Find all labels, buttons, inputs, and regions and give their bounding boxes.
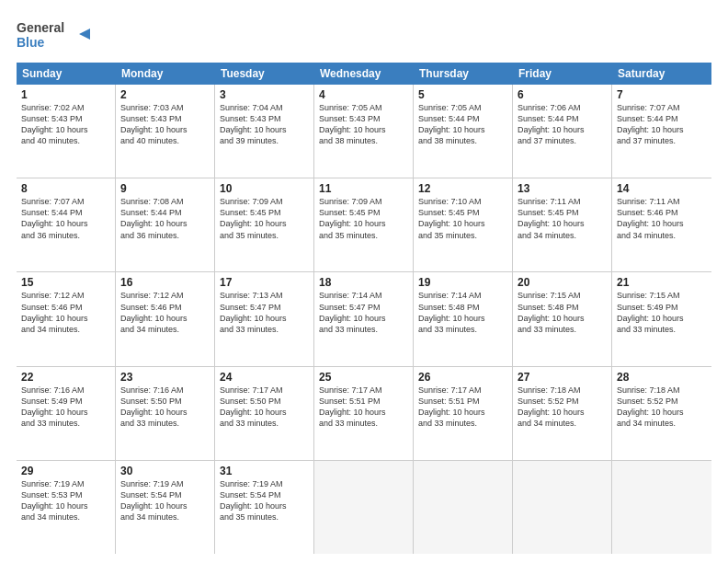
cell-line: and 35 minutes. bbox=[220, 511, 309, 523]
cell-line: Sunset: 5:46 PM bbox=[21, 302, 110, 313]
cell-line: and 34 minutes. bbox=[617, 418, 707, 429]
calendar-cell: 29Sunrise: 7:19 AMSunset: 5:53 PMDayligh… bbox=[17, 461, 116, 554]
calendar-cell: 7Sunrise: 7:07 AMSunset: 5:44 PMDaylight… bbox=[612, 85, 711, 178]
cell-line: Sunrise: 7:10 AM bbox=[418, 196, 507, 207]
cell-line: Sunrise: 7:05 AM bbox=[319, 102, 408, 113]
day-number: 23 bbox=[120, 371, 210, 384]
cell-line: Daylight: 10 hours bbox=[518, 124, 607, 135]
cell-line: Sunset: 5:44 PM bbox=[120, 207, 210, 218]
day-number: 9 bbox=[120, 182, 210, 195]
calendar-cell: 18Sunrise: 7:14 AMSunset: 5:47 PMDayligh… bbox=[314, 272, 414, 365]
cell-line: Daylight: 10 hours bbox=[617, 313, 707, 324]
day-header-tuesday: Tuesday bbox=[215, 63, 314, 85]
day-number: 1 bbox=[21, 88, 110, 101]
cell-line: Sunrise: 7:17 AM bbox=[220, 385, 309, 396]
cell-info: Sunrise: 7:15 AMSunset: 5:48 PMDaylight:… bbox=[518, 290, 607, 335]
cell-info: Sunrise: 7:17 AMSunset: 5:50 PMDaylight:… bbox=[220, 385, 309, 430]
cell-line: Sunset: 5:50 PM bbox=[120, 396, 210, 407]
day-number: 8 bbox=[21, 182, 110, 195]
cell-line: Sunrise: 7:14 AM bbox=[319, 290, 408, 301]
cell-line: Sunrise: 7:03 AM bbox=[120, 102, 210, 113]
day-number: 27 bbox=[518, 371, 607, 384]
cell-line: and 33 minutes. bbox=[319, 418, 408, 429]
cell-line: and 33 minutes. bbox=[319, 324, 408, 335]
day-number: 2 bbox=[120, 88, 210, 101]
logo: General Blue bbox=[17, 17, 90, 53]
cell-line: Daylight: 10 hours bbox=[319, 407, 408, 418]
cell-line: Sunrise: 7:09 AM bbox=[220, 196, 309, 207]
day-number: 18 bbox=[319, 276, 408, 289]
cell-line: and 38 minutes. bbox=[418, 135, 507, 146]
cell-line: and 40 minutes. bbox=[21, 135, 110, 146]
cell-line: Daylight: 10 hours bbox=[21, 218, 110, 229]
calendar-cell: 19Sunrise: 7:14 AMSunset: 5:48 PMDayligh… bbox=[414, 272, 513, 365]
cell-line: and 34 minutes. bbox=[518, 418, 607, 429]
cell-line: Daylight: 10 hours bbox=[617, 218, 707, 229]
cell-line: Sunset: 5:45 PM bbox=[418, 207, 507, 218]
cell-info: Sunrise: 7:06 AMSunset: 5:44 PMDaylight:… bbox=[518, 102, 607, 147]
cell-line: Sunrise: 7:07 AM bbox=[21, 196, 110, 207]
cell-line: and 34 minutes. bbox=[518, 230, 607, 241]
cell-line: Sunset: 5:46 PM bbox=[617, 207, 707, 218]
cell-line: Sunset: 5:44 PM bbox=[617, 113, 707, 124]
cell-line: Daylight: 10 hours bbox=[21, 500, 110, 511]
cell-line: Sunrise: 7:16 AM bbox=[21, 385, 110, 396]
day-number: 17 bbox=[220, 276, 309, 289]
cell-line: Daylight: 10 hours bbox=[21, 313, 110, 324]
cell-line: Sunset: 5:44 PM bbox=[418, 113, 507, 124]
cell-line: Daylight: 10 hours bbox=[120, 218, 210, 229]
cell-line: and 34 minutes. bbox=[617, 230, 707, 241]
cell-line: and 35 minutes. bbox=[418, 230, 507, 241]
cell-line: Sunset: 5:51 PM bbox=[418, 396, 507, 407]
cell-line: and 33 minutes. bbox=[617, 324, 707, 335]
cell-line: Daylight: 10 hours bbox=[518, 407, 607, 418]
cell-info: Sunrise: 7:03 AMSunset: 5:43 PMDaylight:… bbox=[120, 102, 210, 147]
cell-line: Sunrise: 7:07 AM bbox=[617, 102, 707, 113]
cell-line: Sunset: 5:49 PM bbox=[617, 302, 707, 313]
cell-line: and 37 minutes. bbox=[617, 135, 707, 146]
day-number: 14 bbox=[617, 182, 707, 195]
day-number: 10 bbox=[220, 182, 309, 195]
cell-line: Daylight: 10 hours bbox=[319, 124, 408, 135]
day-number: 15 bbox=[21, 276, 110, 289]
calendar-cell: 24Sunrise: 7:17 AMSunset: 5:50 PMDayligh… bbox=[215, 367, 314, 460]
cell-line: Sunset: 5:43 PM bbox=[319, 113, 408, 124]
cell-info: Sunrise: 7:11 AMSunset: 5:45 PMDaylight:… bbox=[518, 196, 607, 241]
day-number: 24 bbox=[220, 371, 309, 384]
cell-info: Sunrise: 7:15 AMSunset: 5:49 PMDaylight:… bbox=[617, 290, 707, 335]
cell-line: and 40 minutes. bbox=[120, 135, 210, 146]
day-header-thursday: Thursday bbox=[414, 63, 513, 85]
day-number: 13 bbox=[518, 182, 607, 195]
cell-line: Sunset: 5:46 PM bbox=[120, 302, 210, 313]
cell-info: Sunrise: 7:19 AMSunset: 5:54 PMDaylight:… bbox=[120, 478, 210, 523]
cell-line: and 39 minutes. bbox=[220, 135, 309, 146]
cell-line: Daylight: 10 hours bbox=[220, 124, 309, 135]
calendar-cell: 10Sunrise: 7:09 AMSunset: 5:45 PMDayligh… bbox=[215, 178, 314, 271]
cell-line: Sunset: 5:52 PM bbox=[518, 396, 607, 407]
cell-line: Sunset: 5:53 PM bbox=[21, 489, 110, 500]
calendar-cell: 31Sunrise: 7:19 AMSunset: 5:54 PMDayligh… bbox=[215, 461, 314, 554]
calendar-week-2: 8Sunrise: 7:07 AMSunset: 5:44 PMDaylight… bbox=[17, 178, 711, 272]
day-number: 6 bbox=[518, 88, 607, 101]
cell-line: Sunrise: 7:19 AM bbox=[220, 478, 309, 489]
day-number: 16 bbox=[120, 276, 210, 289]
cell-line: and 33 minutes. bbox=[120, 418, 210, 429]
cell-line: Sunrise: 7:09 AM bbox=[319, 196, 408, 207]
cell-info: Sunrise: 7:08 AMSunset: 5:44 PMDaylight:… bbox=[120, 196, 210, 241]
cell-line: Daylight: 10 hours bbox=[21, 124, 110, 135]
day-header-sunday: Sunday bbox=[17, 63, 116, 85]
calendar-cell: 28Sunrise: 7:18 AMSunset: 5:52 PMDayligh… bbox=[612, 367, 711, 460]
cell-line: Sunrise: 7:13 AM bbox=[220, 290, 309, 301]
cell-line: Sunset: 5:45 PM bbox=[518, 207, 607, 218]
cell-line: and 34 minutes. bbox=[21, 324, 110, 335]
cell-line: Sunset: 5:45 PM bbox=[319, 207, 408, 218]
svg-marker-2 bbox=[79, 29, 90, 40]
cell-line: Daylight: 10 hours bbox=[319, 313, 408, 324]
cell-line: and 33 minutes. bbox=[220, 418, 309, 429]
cell-line: Sunrise: 7:11 AM bbox=[518, 196, 607, 207]
cell-line: Sunrise: 7:18 AM bbox=[518, 385, 607, 396]
cell-line: Daylight: 10 hours bbox=[418, 313, 507, 324]
day-number: 19 bbox=[418, 276, 507, 289]
cell-line: Daylight: 10 hours bbox=[120, 124, 210, 135]
cell-line: Daylight: 10 hours bbox=[120, 407, 210, 418]
